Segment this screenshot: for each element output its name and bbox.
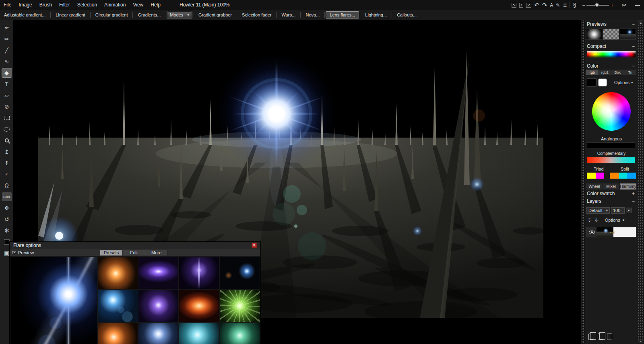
grab-window-icon-3[interactable]: ↗ bbox=[526, 3, 531, 8]
gradient-grabber-button[interactable]: Gradient grabber bbox=[194, 11, 236, 19]
lightning-button[interactable]: Lightning... bbox=[361, 11, 391, 19]
flare-preset-thumb[interactable] bbox=[98, 323, 138, 344]
flare-preset-thumb[interactable] bbox=[138, 290, 178, 322]
layer-visibility-toggle[interactable] bbox=[587, 227, 597, 237]
circular-gradient-button[interactable]: Circular gradient bbox=[91, 11, 132, 19]
harmony-swatch[interactable] bbox=[610, 173, 619, 179]
ellipse-select-tool[interactable] bbox=[2, 125, 12, 134]
minimize-icon[interactable]: — bbox=[635, 3, 640, 8]
flare-preset-thumb[interactable] bbox=[138, 323, 178, 344]
line-tool[interactable]: ╱ bbox=[2, 46, 12, 55]
menu-file[interactable]: File bbox=[0, 2, 15, 8]
zoom-slider-handle[interactable] bbox=[595, 2, 599, 7]
menu-animation[interactable]: Animation bbox=[101, 2, 129, 8]
scroll-up-icon[interactable]: ▴ bbox=[638, 21, 643, 25]
text-arrange-icon[interactable]: A bbox=[550, 3, 553, 8]
color-swatch-expand-button[interactable]: + bbox=[632, 191, 635, 196]
panel-scrollbar[interactable]: ▴ ▾ bbox=[638, 20, 644, 344]
scroll-down-icon[interactable]: ▾ bbox=[638, 340, 643, 343]
secondary-color-swatch[interactable] bbox=[598, 78, 607, 87]
no-selection-tool[interactable]: ⊘ bbox=[2, 102, 12, 111]
new-layer-button[interactable] bbox=[607, 334, 612, 340]
nova-button[interactable]: Nova... bbox=[301, 11, 324, 19]
menu-brush[interactable]: Brush bbox=[36, 2, 56, 8]
primary-color-swatch[interactable] bbox=[587, 78, 597, 87]
spark-tool[interactable]: ✻ bbox=[2, 226, 12, 235]
gradient-preview-thumb[interactable] bbox=[586, 29, 602, 40]
move-tool[interactable]: ✥ bbox=[2, 204, 12, 212]
redo-icon[interactable]: ↷ bbox=[542, 2, 547, 8]
pencil-icon[interactable]: ✎ bbox=[556, 3, 560, 8]
rect-select-tool[interactable] bbox=[2, 113, 12, 122]
flare-preset-thumb[interactable] bbox=[179, 323, 219, 344]
flare-preset-thumb[interactable] bbox=[220, 323, 260, 344]
harmony-swatch[interactable] bbox=[619, 173, 627, 179]
opacity-dropdown-button[interactable]: ▾ bbox=[626, 208, 632, 213]
compact-collapse-button[interactable]: − bbox=[632, 43, 635, 49]
blend-mode-dropdown[interactable]: Default▾ bbox=[586, 207, 610, 214]
harmony-swatch[interactable] bbox=[627, 173, 636, 179]
layer-down-button[interactable]: ⇩ bbox=[594, 217, 599, 223]
text-tool[interactable]: T bbox=[2, 80, 12, 89]
brush-tool[interactable]: ✏ bbox=[2, 35, 12, 43]
zoom-readout[interactable]: 100% bbox=[2, 192, 12, 201]
layer-up-button[interactable]: ⇧ bbox=[587, 217, 592, 223]
layer-row[interactable]: ⇨ bbox=[586, 227, 636, 237]
flare-preset-thumb[interactable] bbox=[220, 290, 260, 322]
grab-window-icon-2[interactable]: ↑ bbox=[519, 3, 523, 8]
menu-view[interactable]: View bbox=[129, 2, 147, 8]
color-collapse-button[interactable]: − bbox=[632, 63, 635, 69]
tab-rgb2[interactable]: rgb2 bbox=[599, 70, 612, 75]
flare-preset-thumb[interactable] bbox=[98, 257, 138, 289]
callouts-button[interactable]: Callouts... bbox=[393, 11, 421, 19]
curve-tool[interactable]: ∿ bbox=[2, 57, 12, 66]
pen-tool[interactable]: ✒ bbox=[2, 23, 12, 32]
selection-fader-button[interactable]: Selection fader bbox=[238, 11, 275, 19]
layer-mask-thumbnail[interactable] bbox=[613, 227, 636, 237]
compact-color-bar[interactable] bbox=[587, 51, 636, 58]
tab-mixer[interactable]: Mixer bbox=[603, 183, 620, 190]
menu-selection[interactable]: Selection bbox=[74, 2, 101, 8]
tab-presets[interactable]: Presets bbox=[100, 250, 123, 255]
color-options-dropdown[interactable]: Options bbox=[614, 80, 630, 85]
adjustable-gradient-button[interactable]: Adjustable gradient... bbox=[0, 11, 50, 19]
shear-tool[interactable]: ▱ bbox=[2, 91, 12, 100]
chevron-down-icon[interactable]: ▾ bbox=[631, 80, 633, 84]
checker-preview-thumb[interactable] bbox=[603, 29, 619, 40]
scene-preview-thumb[interactable] bbox=[620, 29, 636, 40]
undo-icon[interactable]: ↶ bbox=[534, 2, 539, 8]
layers-collapse-button[interactable]: − bbox=[632, 198, 635, 204]
color-wheel[interactable] bbox=[592, 92, 631, 131]
flare-preview[interactable] bbox=[10, 257, 97, 344]
tab-rgb[interactable]: rgb bbox=[586, 70, 599, 75]
duplicate-layer-button[interactable] bbox=[588, 334, 594, 340]
spline-icon[interactable]: § bbox=[573, 2, 576, 8]
lasso-tool[interactable]: Ω bbox=[2, 181, 12, 190]
flare-preset-thumb[interactable] bbox=[179, 290, 219, 322]
fill-tool[interactable]: ◆ bbox=[2, 68, 12, 77]
dialog-titlebar[interactable]: Flare options × bbox=[10, 242, 260, 249]
flare-preset-thumb[interactable] bbox=[138, 257, 178, 289]
flare-preset-thumb[interactable] bbox=[220, 257, 260, 289]
undo-tool[interactable]: ↺ bbox=[2, 215, 12, 224]
menu-filter[interactable]: Filter bbox=[56, 2, 74, 8]
tool-icon[interactable]: ✂ bbox=[622, 2, 627, 8]
tab-harmony[interactable]: Harmony bbox=[620, 183, 637, 190]
tab-edit[interactable]: Edit bbox=[123, 250, 145, 255]
grab-window-icon-1[interactable]: ↖ bbox=[512, 3, 517, 8]
tab-box[interactable]: Box bbox=[611, 70, 624, 75]
warp-button[interactable]: Warp... bbox=[277, 11, 299, 19]
analogous-bar[interactable] bbox=[587, 142, 635, 149]
clone-tool[interactable]: ↟ bbox=[2, 159, 12, 167]
modes-dropdown[interactable]: Modes▾ bbox=[167, 11, 192, 19]
lens-flares-button[interactable]: Lens flares... bbox=[326, 11, 359, 19]
zoom-out-icon[interactable]: − bbox=[582, 3, 585, 8]
flare-preset-thumb[interactable] bbox=[98, 290, 138, 322]
zoom-in-icon[interactable]: + bbox=[611, 3, 613, 8]
pin-tool[interactable]: ♇ bbox=[2, 170, 12, 179]
flare-preset-thumb[interactable] bbox=[179, 257, 219, 289]
zoom-slider-track[interactable] bbox=[586, 5, 609, 6]
tab-wheel[interactable]: Wheel bbox=[586, 183, 603, 190]
menu-image[interactable]: Image bbox=[15, 2, 35, 8]
panel-divider[interactable] bbox=[581, 20, 585, 344]
